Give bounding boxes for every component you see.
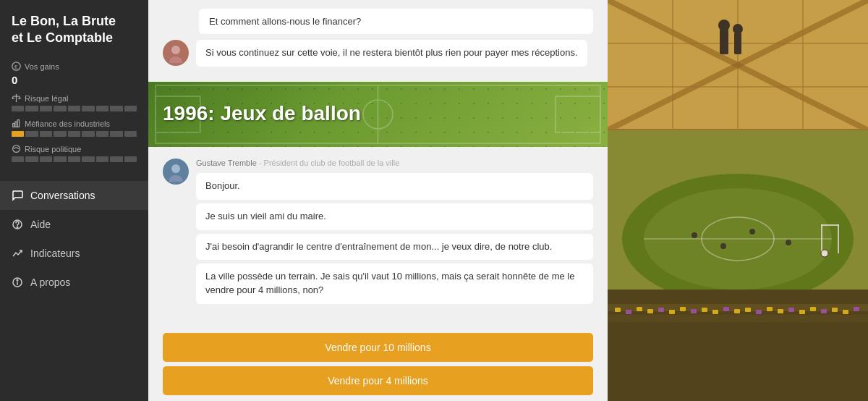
nav-aide-label: Aide — [30, 219, 51, 230]
choice-sell-10[interactable]: Vendre pour 10 millions — [163, 333, 593, 362]
svg-rect-40 — [608, 0, 868, 130]
message-terrain: La ville possède un terrain. Je sais qu'… — [196, 263, 593, 304]
political-risk-bar — [12, 156, 137, 162]
stadium-bottom-image — [608, 130, 868, 401]
svg-rect-23 — [556, 96, 600, 132]
speaker-gustave-content: Gustave Tremble - Président du club de f… — [196, 159, 593, 313]
app-title: Le Bon, La Brute et Le Comptable — [0, 0, 148, 56]
svg-rect-80 — [608, 130, 868, 401]
right-panel — [608, 0, 868, 401]
event-banner: 1996: Jeux de ballon — [148, 82, 608, 147]
svg-point-13 — [17, 227, 18, 228]
svg-text:€: € — [14, 64, 17, 70]
svg-point-24 — [171, 164, 180, 173]
svg-point-17 — [171, 46, 180, 54]
choices-area: Vendre pour 10 millions Vendre pour 4 mi… — [148, 327, 608, 401]
conversation-area: Gustave Tremble - Président du club de f… — [148, 147, 608, 327]
nav-conversations-label: Conversations — [30, 190, 95, 201]
legal-risk-stat: Risque légal — [12, 93, 137, 111]
legal-risk-bar — [12, 106, 137, 111]
nav-conversations[interactable]: Conversations — [0, 181, 148, 210]
political-risk-stat: Risque politique — [12, 144, 137, 162]
nav-apropos-label: A propos — [30, 277, 70, 288]
industrial-distrust-bar — [12, 131, 137, 137]
svg-point-25 — [169, 175, 182, 182]
choice-sell-4[interactable]: Vendre pour 4 millions — [163, 366, 593, 395]
nav-section: Conversations Aide Indicateurs A propo — [0, 181, 148, 401]
svg-point-18 — [169, 56, 182, 63]
gains-value: 0 — [12, 74, 137, 86]
industrial-distrust-label: Méfiance des industriels — [12, 119, 137, 128]
svg-rect-10 — [17, 120, 19, 127]
avatar-message-text: Si vous continuez sur cette voie, il ne … — [196, 40, 587, 67]
avatar-female — [163, 40, 189, 66]
message-bonjour: Bonjour. — [196, 173, 593, 200]
nav-indicateurs[interactable]: Indicateurs — [0, 239, 148, 268]
svg-rect-8 — [13, 124, 14, 127]
stadium-top-image — [608, 0, 868, 130]
avatar-message: Si vous continuez sur cette voie, il ne … — [163, 40, 593, 70]
svg-point-11 — [13, 145, 20, 153]
svg-point-16 — [17, 279, 18, 281]
message-club: J'ai besoin d'agrandir le centre d'entra… — [196, 234, 593, 261]
avatar-gustave — [163, 159, 189, 185]
svg-rect-9 — [15, 122, 17, 127]
message-ami: Je suis un vieil ami du maire. — [196, 203, 593, 230]
main-content: Et comment allons-nous le financer? Si v… — [148, 0, 608, 401]
legal-risk-label: Risque légal — [12, 93, 137, 103]
gains-label: € Vos gains — [12, 62, 137, 71]
sidebar: Le Bon, La Brute et Le Comptable € Vos g… — [0, 0, 148, 401]
speaker-gustave-title: - Président du club de football de la vi… — [259, 159, 399, 167]
chat-header: Et comment allons-nous le financer? Si v… — [148, 0, 608, 82]
nav-apropos[interactable]: A propos — [0, 268, 148, 297]
pre-message-system: Et comment allons-nous le financer? — [199, 9, 593, 34]
industrial-distrust-stat: Méfiance des industriels — [12, 119, 137, 137]
nav-indicateurs-label: Indicateurs — [30, 248, 80, 259]
nav-aide[interactable]: Aide — [0, 210, 148, 239]
gains-stat: € Vos gains 0 — [12, 62, 137, 86]
political-risk-label: Risque politique — [12, 144, 137, 153]
speaker-gustave-name: Gustave Tremble - Président du club de f… — [196, 159, 593, 167]
event-title: 1996: Jeux de ballon — [163, 102, 361, 125]
stats-section: € Vos gains 0 Risque légal — [0, 56, 148, 175]
speaker-group-gustave: Gustave Tremble - Président du club de f… — [163, 159, 593, 313]
